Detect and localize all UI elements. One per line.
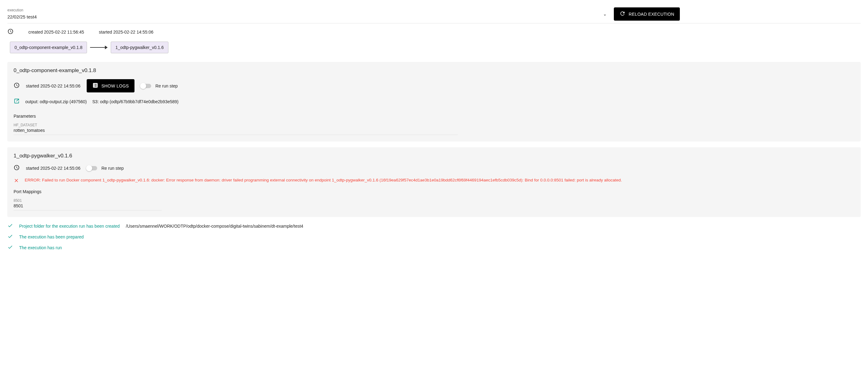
parameters-label: Parameters: [13, 114, 855, 118]
step-card-1: 1_odtp-pygwalker_v0.1.6 started 2025-02-…: [7, 147, 861, 216]
rerun-toggle[interactable]: [87, 166, 97, 170]
step-card-0: 0_odtp-component-example_v0.1.8 started …: [7, 62, 861, 141]
error-row: ERROR: Failed to run Docker component 1_…: [13, 177, 855, 184]
created-timestamp: created 2025-02-22 11:56:45: [28, 30, 84, 34]
reload-execution-button[interactable]: RELOAD EXECUTION: [614, 7, 680, 21]
show-logs-button[interactable]: SHOW LOGS: [87, 79, 134, 93]
execution-meta: created 2025-02-22 11:56:45 started 2025…: [7, 28, 861, 35]
flow-node-1[interactable]: 1_odtp-pygwalker_v0.1.6: [111, 42, 168, 53]
step-title: 0_odtp-component-example_v0.1.8: [13, 67, 855, 74]
status-message: Project folder for the execution run has…: [19, 224, 120, 229]
rerun-label: Re run step: [155, 83, 178, 89]
param-label: HF_DATASET: [13, 123, 458, 127]
param-value: rotten_tomatoes: [13, 127, 458, 133]
check-icon: [7, 244, 13, 251]
step-controls: started 2025-02-22 14:55:06 Re run step: [13, 165, 855, 172]
s3-text: S3: odtp (odtp/67b9bb7df74e0dbe2b93e589): [92, 99, 178, 104]
rerun-label: Re run step: [101, 166, 124, 171]
output-text: output: odtp-output.zip (497560): [25, 99, 87, 104]
step-title: 1_odtp-pygwalker_v0.1.6: [13, 153, 855, 159]
clock-icon: [13, 82, 20, 89]
status-item-2: The execution has run: [7, 244, 861, 251]
port-field: 8501 8501: [13, 198, 162, 210]
port-value: 8501: [13, 203, 162, 209]
arrow-icon: [90, 45, 107, 49]
reload-execution-label: RELOAD EXECUTION: [629, 12, 674, 16]
step-output-row: output: odtp-output.zip (497560) S3: odt…: [13, 98, 855, 105]
execution-select-label: execution: [7, 8, 609, 12]
step-controls: started 2025-02-22 14:55:06 SHOW LOGS Re…: [13, 79, 855, 93]
param-field: HF_DATASET rotten_tomatoes: [13, 123, 458, 135]
port-label: 8501: [13, 198, 162, 203]
output-icon: [13, 98, 20, 105]
status-item-0: Project folder for the execution run has…: [7, 223, 861, 229]
check-icon: [7, 223, 13, 229]
header: execution 22/02/25 test4 RELOAD EXECUTIO…: [7, 7, 861, 24]
clock-icon: [7, 28, 13, 35]
chevron-down-icon: [602, 12, 608, 19]
logs-icon: [92, 82, 98, 89]
execution-select-value: 22/02/25 test4: [7, 13, 609, 21]
error-text: ERROR: Failed to run Docker component 1_…: [25, 177, 622, 183]
pipeline-flow: 0_odtp-component-example_v0.1.8 1_odtp-p…: [7, 42, 861, 53]
reload-icon: [619, 10, 625, 18]
close-icon: [13, 177, 19, 184]
execution-select[interactable]: execution 22/02/25 test4: [7, 8, 609, 21]
status-message: The execution has been prepared: [19, 234, 84, 239]
status-path: /Users/smaennel/WORK/ODTP/odtp/docker-co…: [126, 224, 303, 229]
clock-icon: [13, 165, 20, 172]
port-mappings-label: Port Mappings: [13, 189, 855, 194]
rerun-toggle[interactable]: [141, 84, 151, 88]
show-logs-label: SHOW LOGS: [101, 83, 129, 89]
status-message: The execution has run: [19, 245, 62, 250]
started-timestamp: started 2025-02-22 14:55:06: [99, 30, 154, 34]
check-icon: [7, 234, 13, 240]
step-started: started 2025-02-22 14:55:06: [26, 166, 81, 171]
step-started: started 2025-02-22 14:55:06: [26, 83, 81, 89]
flow-node-0[interactable]: 0_odtp-component-example_v0.1.8: [10, 42, 87, 53]
status-item-1: The execution has been prepared: [7, 234, 861, 240]
